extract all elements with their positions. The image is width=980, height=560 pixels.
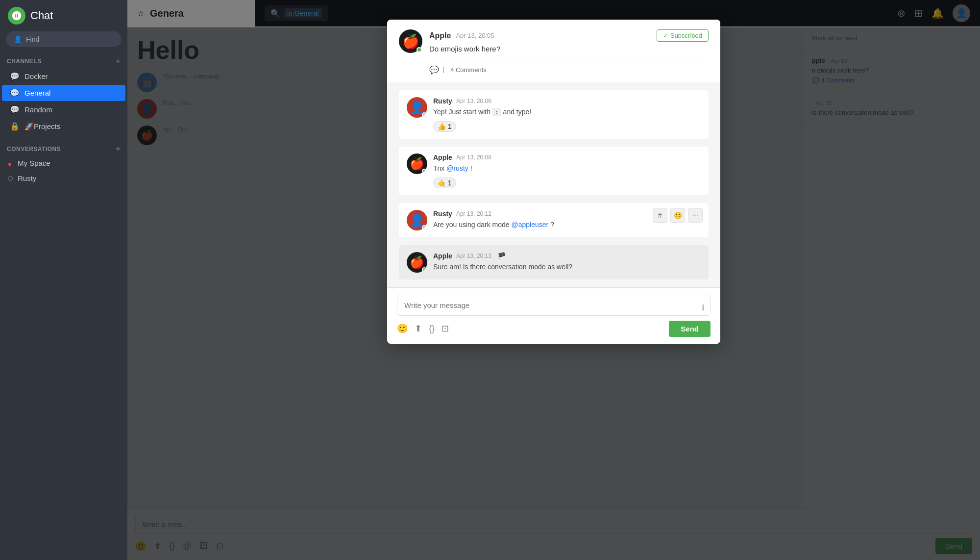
modal-username: Apple: [429, 31, 451, 40]
sidebar-item-general[interactable]: 💬 General: [2, 85, 125, 101]
rusty-mention: @rusty: [446, 164, 468, 172]
rusty-avatar-3: 👤: [407, 210, 427, 230]
sidebar-item-myspace[interactable]: ♥ My Space: [0, 155, 127, 171]
app-container: Chat 👤 Find CHANNELS + 💬 Docker 💬 Genera…: [0, 0, 980, 560]
subscribed-button[interactable]: ✓ Subscribed: [657, 29, 709, 42]
modal-input-wrapper: ℹ: [397, 295, 710, 321]
apple-status-2: [422, 169, 427, 174]
rusty-status-3: [422, 225, 427, 230]
channels-list: 💬 Docker 💬 General 💬 Random 🔒 🚀Projects: [0, 68, 127, 135]
hashtag-action-button[interactable]: #: [653, 208, 667, 223]
inline-code-1: :: [492, 108, 501, 116]
thread-modal: 🍎 Apple Apr 13, 20:05 ✓ Subscribed Do em…: [387, 20, 720, 344]
modal-apple-avatar: 🍎: [399, 29, 422, 53]
modal-replies: 👤 Rusty Apr 13, 20:06 Yep! Just start wi…: [387, 82, 720, 287]
reply-time-4: Apr 13, 20:13: [456, 253, 491, 259]
appleuser-mention: @appleuser: [512, 221, 549, 229]
lock-icon: 🔒: [10, 122, 20, 131]
main-area: 🔍 in:General ⊗ ⊞ 🔔 👤 ☆ Genera 🔖 ⏰ 💬 ✕: [127, 0, 980, 560]
reply-user-1: Rusty: [433, 97, 452, 105]
reply-item-3: 👤 Rusty Apr 13, 20:12 Are you using dark…: [399, 203, 709, 237]
modal-original-message: 🍎 Apple Apr 13, 20:05 ✓ Subscribed Do em…: [387, 20, 720, 82]
reply-text-1: Yep! Just start with : and type!: [433, 107, 701, 117]
modal-timestamp: Apr 13, 20:05: [456, 32, 494, 39]
app-logo: [8, 7, 25, 25]
modal-message-input[interactable]: [397, 295, 710, 316]
reply-time-1: Apr 13, 20:06: [456, 98, 491, 104]
modal-emoji-icon[interactable]: 🙂: [397, 323, 408, 334]
rusty-avatar-1: 👤: [407, 97, 427, 118]
apple-avatar-2: 🍎: [407, 153, 427, 174]
apple-status-4: [422, 267, 427, 272]
channel-icon: 💬: [10, 88, 20, 98]
add-channel-button[interactable]: +: [115, 57, 121, 66]
add-conversation-button[interactable]: +: [115, 145, 121, 153]
modal-message-text: Do emojis work here?: [429, 44, 709, 55]
modal-send-button[interactable]: Send: [669, 321, 710, 337]
reply-text-2: Tnx @rusty !: [433, 163, 701, 174]
reply-text-4: Sure am! Is there conversation mode as w…: [433, 262, 701, 272]
modal-first-message: 🍎 Apple Apr 13, 20:05 ✓ Subscribed Do em…: [399, 29, 709, 82]
channel-icon: 💬: [10, 72, 20, 81]
channel-icon: 💬: [10, 105, 20, 114]
reply-time-3: Apr 13, 20:12: [456, 210, 491, 217]
sidebar-item-docker[interactable]: 💬 Docker: [2, 68, 125, 84]
reaction-1[interactable]: 👍 1: [433, 121, 456, 132]
apple-status-dot: [416, 47, 422, 52]
conversations-section: CONVERSATIONS + ♥ My Space Rusty: [0, 141, 127, 186]
reply-actions-3: # 🙂 ···: [653, 208, 703, 223]
reply-item-1: 👤 Rusty Apr 13, 20:06 Yep! Just start wi…: [399, 90, 709, 139]
app-title: Chat: [30, 9, 53, 22]
emoji-action-button[interactable]: 🙂: [670, 208, 685, 223]
reply-item-4: 🍎 Apple Apr 13, 20:13 🏴 Sure am! Is ther…: [399, 245, 709, 280]
handsup-icon: 🤙: [438, 179, 446, 187]
modal-toolbar: 🙂 ⬆ {} ⊡ Send: [397, 321, 710, 337]
status-dot: [8, 176, 13, 181]
comments-icon: 💬: [429, 65, 439, 75]
reply-user-4: Apple: [433, 252, 452, 260]
modal-crop-icon[interactable]: ⊡: [441, 323, 449, 334]
find-icon: 👤: [14, 35, 22, 43]
reply-time-2: Apr 13, 20:08: [456, 154, 491, 161]
reply-user-3: Rusty: [433, 210, 452, 218]
modal-input-area: ℹ 🙂 ⬆ {} ⊡ Send: [387, 287, 720, 344]
modal-comments-count: 💬 | 4 Comments: [429, 60, 709, 75]
rusty-status-1: [422, 112, 427, 117]
conversations-section-header: CONVERSATIONS +: [0, 141, 127, 155]
modal-code-icon[interactable]: {}: [429, 324, 435, 334]
heart-icon: ♥: [8, 161, 13, 166]
input-info-icon[interactable]: ℹ: [702, 303, 705, 312]
modal-upload-icon[interactable]: ⬆: [415, 323, 422, 334]
reaction-2[interactable]: 🤙 1: [433, 178, 456, 188]
sidebar-item-rusty[interactable]: Rusty: [0, 171, 127, 186]
sidebar-item-random[interactable]: 💬 Random: [2, 102, 125, 118]
reply-content-2: Apple Apr 13, 20:08 Tnx @rusty ! 🤙 1: [433, 153, 701, 188]
reply-item-2: 🍎 Apple Apr 13, 20:08 Tnx @rusty !: [399, 147, 709, 195]
more-action-button[interactable]: ···: [688, 208, 703, 223]
reply-user-2: Apple: [433, 153, 452, 161]
reply-content-1: Rusty Apr 13, 20:06 Yep! Just start with…: [433, 97, 701, 132]
sidebar-item-projects[interactable]: 🔒 🚀Projects: [2, 118, 125, 134]
modal-message-content: Apple Apr 13, 20:05 ✓ Subscribed Do emoj…: [429, 29, 709, 75]
modal-meta: Apple Apr 13, 20:05 ✓ Subscribed: [429, 29, 709, 42]
channels-section-header: CHANNELS +: [0, 53, 127, 68]
find-button[interactable]: 👤 Find: [6, 31, 122, 47]
reply-content-4: Apple Apr 13, 20:13 🏴 Sure am! Is there …: [433, 252, 701, 273]
thumbsup-icon: 👍: [438, 123, 446, 130]
modal-overlay: 🍎 Apple Apr 13, 20:05 ✓ Subscribed Do em…: [127, 0, 980, 560]
bookmark-flag-icon[interactable]: 🏴: [497, 252, 506, 260]
sidebar: Chat 👤 Find CHANNELS + 💬 Docker 💬 Genera…: [0, 0, 127, 560]
sidebar-header: Chat: [0, 0, 127, 31]
apple-avatar-4: 🍎: [407, 252, 427, 273]
